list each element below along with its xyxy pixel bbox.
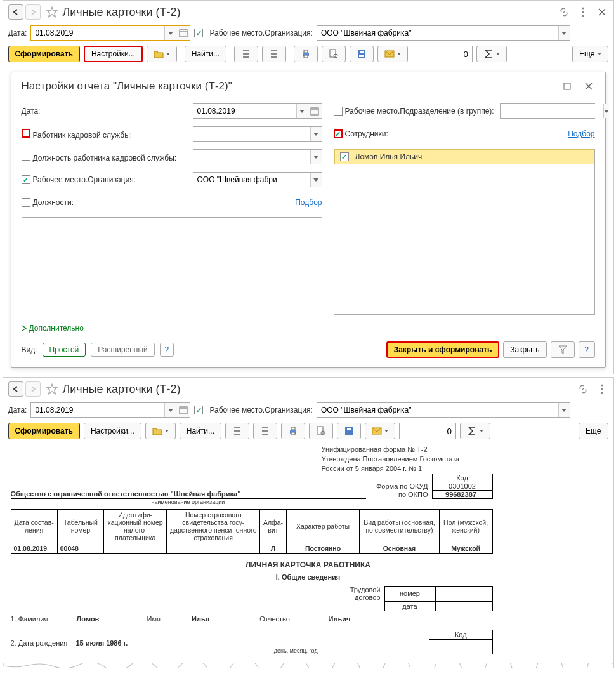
calendar-button-2[interactable]: [176, 403, 190, 417]
settings-button[interactable]: Настройки...: [84, 46, 143, 62]
preview-button[interactable]: [322, 46, 346, 62]
maximize-icon[interactable]: [561, 80, 573, 93]
email-button-2[interactable]: [365, 423, 395, 439]
count-input-2[interactable]: [399, 423, 456, 439]
printer-icon: [301, 49, 311, 59]
svg-rect-16: [359, 55, 364, 57]
print-button-2[interactable]: [281, 423, 305, 439]
collapse-all-button[interactable]: [262, 46, 286, 62]
sigma-button-2[interactable]: [460, 423, 490, 439]
positions-listbox[interactable]: [22, 217, 322, 312]
panel-org-control: [193, 172, 322, 187]
employees-checkbox[interactable]: [334, 129, 343, 138]
hr-position-dropdown[interactable]: [310, 150, 322, 164]
collapse-icon: [269, 49, 279, 59]
save-button[interactable]: [350, 46, 374, 62]
page-title-2: Личные карточки (Т-2): [63, 383, 181, 396]
page-zoom-icon-2: [316, 426, 326, 436]
org-combo-input[interactable]: [317, 26, 558, 40]
employees-listbox[interactable]: Ломов Илья Ильич: [334, 149, 595, 315]
collapse-all-button-2[interactable]: [253, 423, 277, 439]
date-input-2[interactable]: [31, 403, 164, 417]
advanced-link[interactable]: Дополнительно: [22, 324, 595, 333]
svg-point-22: [601, 385, 603, 387]
panel-date-dropdown[interactable]: [296, 104, 308, 118]
preview-button-2[interactable]: [309, 423, 333, 439]
print-button[interactable]: [294, 46, 318, 62]
more-menu-icon[interactable]: [577, 6, 589, 18]
positions-pick-link[interactable]: Подбор: [295, 198, 322, 207]
svg-rect-29: [291, 432, 295, 435]
svg-point-1: [582, 8, 584, 10]
close-panel-icon[interactable]: [582, 80, 595, 93]
positions-checkbox[interactable]: [22, 198, 30, 207]
employee-list-item[interactable]: Ломов Илья Ильич: [334, 149, 594, 164]
nav-back-button[interactable]: [8, 4, 23, 20]
favorite-star-icon[interactable]: [46, 6, 58, 18]
panel-date-input[interactable]: [193, 104, 296, 118]
date-dropdown-button[interactable]: [164, 26, 176, 40]
sigma-icon: [483, 49, 494, 59]
page-title: Личные карточки (Т-2): [63, 6, 181, 19]
expand-all-button[interactable]: [234, 46, 258, 62]
nav-forward-button-2[interactable]: [25, 381, 41, 397]
dept-input[interactable]: [501, 104, 603, 118]
save-button-2[interactable]: [337, 423, 361, 439]
employees-pick-link[interactable]: Подбор: [568, 129, 594, 138]
filter-funnel-button[interactable]: [551, 341, 575, 358]
panel-help-button[interactable]: ?: [579, 341, 595, 358]
mode-extended-button[interactable]: Расширенный: [91, 343, 155, 357]
panel-org-checkbox[interactable]: [22, 175, 30, 184]
count-input[interactable]: [416, 46, 473, 62]
sigma-button[interactable]: [476, 46, 507, 62]
email-button[interactable]: [377, 46, 408, 62]
hr-worker-dropdown[interactable]: [310, 127, 322, 141]
hr-worker-input[interactable]: [193, 127, 310, 141]
variants-button[interactable]: [147, 46, 177, 62]
svg-rect-18: [564, 83, 570, 89]
calendar-button[interactable]: [176, 26, 190, 40]
more-button[interactable]: Еще: [572, 46, 608, 62]
expand-all-button-2[interactable]: [225, 423, 249, 439]
panel-org-dropdown[interactable]: [310, 173, 322, 187]
org-combo-dropdown[interactable]: [558, 26, 570, 40]
org-combo-input-2[interactable]: [317, 403, 558, 417]
svg-marker-21: [47, 385, 56, 394]
date-input-group-2: [30, 402, 190, 418]
find-button[interactable]: Найти...: [185, 46, 226, 62]
find-button-2[interactable]: Найти...: [180, 423, 221, 439]
variants-button-2[interactable]: [145, 423, 176, 439]
more-menu-icon-2[interactable]: [596, 383, 608, 395]
panel-close-button[interactable]: Закрыть: [503, 341, 546, 358]
hr-position-input[interactable]: [193, 150, 310, 164]
org-combo-dropdown-2[interactable]: [558, 403, 570, 417]
date-dropdown-2[interactable]: [164, 403, 176, 417]
more-button-2[interactable]: Еще: [579, 423, 608, 439]
generate-button-2[interactable]: Сформировать: [8, 423, 80, 439]
mode-simple-button[interactable]: Простой: [43, 343, 86, 357]
date-input[interactable]: [31, 26, 164, 40]
svg-point-24: [601, 392, 603, 394]
report-settings-panel: Настройки отчета "Личные карточки (Т-2)"…: [11, 72, 606, 368]
help-button[interactable]: ?: [160, 343, 174, 357]
dept-checkbox[interactable]: [334, 107, 343, 116]
panel-date-calendar[interactable]: [308, 104, 322, 118]
hr-position-checkbox[interactable]: [22, 152, 30, 161]
dept-dropdown[interactable]: [603, 104, 609, 118]
hr-worker-checkbox[interactable]: [22, 129, 30, 138]
org-filter-checkbox-2[interactable]: [194, 406, 203, 414]
folder-gear-icon: [154, 49, 164, 59]
nav-forward-button[interactable]: [25, 4, 41, 20]
close-window-icon[interactable]: [596, 6, 608, 18]
nav-back-button-2[interactable]: [8, 381, 23, 397]
settings-button-2[interactable]: Настройки...: [84, 423, 141, 439]
favorite-star-icon-2[interactable]: [46, 383, 58, 395]
panel-org-input[interactable]: [193, 173, 310, 187]
org-filter-checkbox[interactable]: [194, 29, 203, 37]
close-and-generate-button[interactable]: Закрыть и сформировать: [386, 341, 500, 358]
employee-item-checkbox[interactable]: [340, 152, 349, 161]
link-icon-2[interactable]: [577, 383, 589, 395]
generate-button[interactable]: Сформировать: [8, 46, 80, 62]
link-icon[interactable]: [558, 6, 570, 18]
org-combo: [317, 25, 570, 41]
